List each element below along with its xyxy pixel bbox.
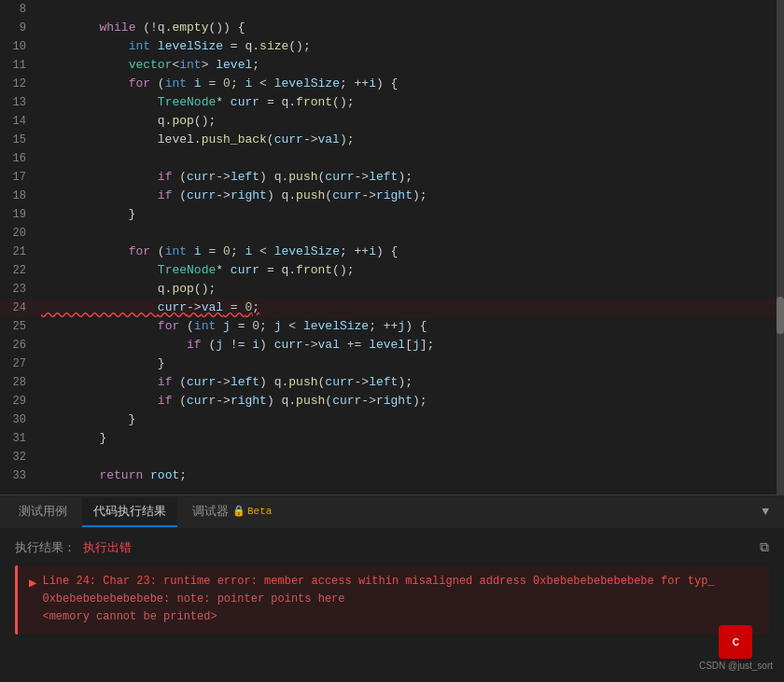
beta-badge: 🔒 Beta — [232, 505, 272, 517]
line-number-25: 25 — [0, 317, 37, 336]
line-number-20: 20 — [0, 224, 37, 243]
line-number-24: 24 — [0, 299, 37, 317]
line-number-22: 22 — [0, 261, 37, 280]
results-header: 执行结果： 执行出错 ⧉ — [15, 539, 769, 556]
code-line-14: 14 q.pop(); — [0, 112, 784, 131]
code-line-15: 15 level.push_back(curr->val); — [0, 131, 784, 149]
line-number-10: 10 — [0, 37, 37, 56]
code-line-31: 31 } — [0, 429, 784, 448]
line-number-28: 28 — [0, 373, 37, 392]
code-line-33: 33 return root; — [0, 466, 784, 485]
line-number-23: 23 — [0, 280, 37, 299]
code-editor: 8 9 while (!q.empty()) { 10 int levelSiz… — [0, 0, 784, 494]
error-triangle-icon: ▶ — [29, 575, 36, 591]
line-number-18: 18 — [0, 187, 37, 205]
results-area: 执行结果： 执行出错 ⧉ ▶ Line 24: Char 23: runtime… — [0, 528, 784, 682]
code-line-27: 27 } — [0, 355, 784, 373]
code-line-25: 25 for (int j = 0; j < levelSize; ++j) { — [0, 317, 784, 336]
code-line-30: 30 } — [0, 411, 784, 429]
code-line-13: 13 TreeNode* curr = q.front(); — [0, 93, 784, 112]
line-number-8: 8 — [0, 0, 37, 19]
line-content-23: q.pop(); — [37, 280, 784, 299]
line-content-24: curr->val = 0; — [37, 299, 784, 317]
code-line-29: 29 if (curr->right) q.push(curr->right); — [0, 392, 784, 411]
line-number-31: 31 — [0, 429, 37, 448]
code-line-12: 12 for (int i = 0; i < levelSize; ++i) { — [0, 75, 784, 93]
tab-test-cases[interactable]: 测试用例 — [7, 497, 78, 527]
code-line-19: 19 } — [0, 205, 784, 224]
code-line-16: 16 — [0, 149, 784, 168]
code-line-23: 23 q.pop(); — [0, 280, 784, 299]
watermark-logo: C — [719, 625, 752, 659]
line-content-21: for (int i = 0; i < levelSize; ++i) { — [37, 243, 784, 261]
line-content-10: int levelSize = q.size(); — [37, 37, 784, 56]
code-line-10: 10 int levelSize = q.size(); — [0, 37, 784, 56]
line-number-29: 29 — [0, 392, 37, 411]
line-number-12: 12 — [0, 75, 37, 93]
line-content-25: for (int j = 0; j < levelSize; ++j) { — [37, 317, 784, 336]
lock-icon: 🔒 — [232, 505, 245, 517]
line-content-28: if (curr->left) q.push(curr->left); — [37, 373, 784, 392]
code-line-28: 28 if (curr->left) q.push(curr->left); — [0, 373, 784, 392]
line-content-22: TreeNode* curr = q.front(); — [37, 261, 784, 280]
code-line-17: 17 if (curr->left) q.push(curr->left); — [0, 168, 784, 187]
code-line-24: 24 curr->val = 0; — [0, 299, 784, 317]
line-content-15: level.push_back(curr->val); — [37, 131, 784, 149]
line-number-14: 14 — [0, 112, 37, 131]
line-number-17: 17 — [0, 168, 37, 187]
error-main-line: Line 24: Char 23: runtime error: member … — [42, 573, 714, 591]
line-number-11: 11 — [0, 56, 37, 75]
line-content-12: for (int i = 0; i < levelSize; ++i) { — [37, 75, 784, 93]
results-label: 执行结果： — [15, 539, 76, 556]
code-line-22: 22 TreeNode* curr = q.front(); — [0, 261, 784, 280]
code-line-18: 18 if (curr->right) q.push(curr->right); — [0, 187, 784, 205]
code-line-21: 21 for (int i = 0; i < levelSize; ++i) { — [0, 243, 784, 261]
error-block: ▶ Line 24: Char 23: runtime error: membe… — [15, 565, 769, 634]
watermark: C CSDN @just_sort — [699, 625, 773, 671]
line-content-30: } — [37, 411, 784, 429]
line-number-30: 30 — [0, 411, 37, 429]
line-number-21: 21 — [0, 243, 37, 261]
tab-expand-button[interactable]: ▼ — [754, 501, 777, 522]
line-number-26: 26 — [0, 336, 37, 355]
code-line-8: 8 — [0, 0, 784, 19]
line-content-9: while (!q.empty()) { — [37, 19, 784, 37]
line-number-33: 33 — [0, 466, 37, 485]
line-number-32: 32 — [0, 448, 37, 466]
scrollbar-thumb[interactable] — [777, 297, 784, 334]
results-status: 执行出错 — [83, 539, 132, 556]
line-content-29: if (curr->right) q.push(curr->right); — [37, 392, 784, 411]
tab-exec-results[interactable]: 代码执行结果 — [82, 497, 177, 527]
line-content-19: } — [37, 205, 784, 224]
line-number-27: 27 — [0, 355, 37, 373]
line-number-13: 13 — [0, 93, 37, 112]
copy-icon[interactable]: ⧉ — [760, 540, 769, 555]
line-content-33: return root; — [37, 466, 784, 485]
tab-debugger[interactable]: 调试器 🔒 Beta — [181, 497, 283, 527]
code-line-26: 26 if (j != i) curr->val += level[j]; — [0, 336, 784, 355]
bottom-tabs: 测试用例 代码执行结果 调试器 🔒 Beta ▼ — [0, 494, 784, 528]
line-content-26: if (j != i) curr->val += level[j]; — [37, 336, 784, 355]
scrollbar[interactable] — [777, 0, 784, 494]
line-content-17: if (curr->left) q.push(curr->left); — [37, 168, 784, 187]
line-content-14: q.pop(); — [37, 112, 784, 131]
error-note-line: 0xbebebebebebebebe: note: pointer points… — [42, 591, 714, 608]
line-content-27: } — [37, 355, 784, 373]
line-number-16: 16 — [0, 149, 37, 168]
code-line-20: 20 — [0, 224, 784, 243]
line-content-31: } — [37, 429, 784, 448]
code-line-9: 9 while (!q.empty()) { — [0, 19, 784, 37]
line-content-11: vector<int> level; — [37, 56, 784, 75]
line-number-15: 15 — [0, 131, 37, 149]
line-number-19: 19 — [0, 205, 37, 224]
code-line-11: 11 vector<int> level; — [0, 56, 784, 75]
code-line-32: 32 — [0, 448, 784, 466]
error-memory-line: <memory cannot be printed> — [42, 608, 714, 626]
code-lines: 8 9 while (!q.empty()) { 10 int levelSiz… — [0, 0, 784, 485]
watermark-text: CSDN @just_sort — [699, 661, 773, 671]
line-number-9: 9 — [0, 19, 37, 37]
line-content-18: if (curr->right) q.push(curr->right); — [37, 187, 784, 205]
line-content-13: TreeNode* curr = q.front(); — [37, 93, 784, 112]
